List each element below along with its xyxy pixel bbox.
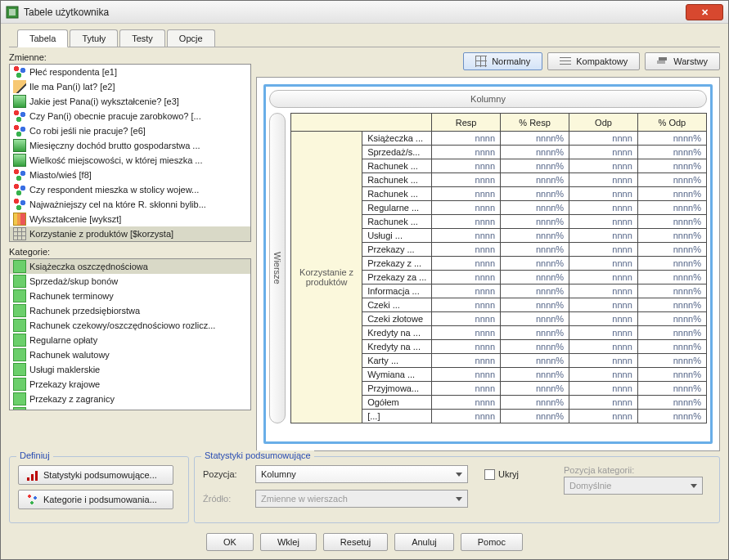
source-label: Źródło: <box>203 494 249 504</box>
value-cell: nnnn <box>569 354 638 368</box>
variable-item[interactable]: Korzystanie z produktów [$korzysta] <box>10 226 250 241</box>
category-item[interactable]: Rachunek czekowy/oszczędnościowo rozlicz… <box>10 318 250 333</box>
ok-label: OK <box>223 537 236 547</box>
column-header[interactable]: Odp <box>569 114 638 132</box>
row-label-cell[interactable]: Czeki złotowe <box>362 312 432 326</box>
left-panel: Zmienne: Płeć respondenta [e1]Ile ma Pan… <box>9 52 251 451</box>
category-item[interactable]: Przekazy z zagranicy <box>10 392 250 406</box>
nominal-icon <box>13 198 26 211</box>
variable-item[interactable]: Ile ma Pan(i) lat? [e2] <box>10 79 250 94</box>
row-label-cell[interactable]: Rachunek ... <box>362 159 432 173</box>
view-compact-button[interactable]: Kompaktowy <box>547 52 640 70</box>
row-group-cell[interactable]: Korzystanie z produktów <box>291 132 362 423</box>
paste-button[interactable]: Wklej <box>260 533 317 551</box>
value-cell: nnnn <box>432 340 501 354</box>
row-label-cell[interactable]: Ogółem <box>362 396 432 410</box>
row-label-cell[interactable]: Przekazy za ... <box>362 271 432 284</box>
hide-checkbox[interactable] <box>484 469 495 480</box>
variable-item[interactable]: Najważniejszy cel na które R. skłonni by… <box>10 197 250 212</box>
variable-item[interactable]: Płeć respondenta [e1] <box>10 65 250 79</box>
tab-tytuły[interactable]: Tytuły <box>70 29 118 47</box>
value-cell: nnnn% <box>501 326 569 340</box>
row-label-cell[interactable]: Informacja ... <box>362 284 432 298</box>
variable-item[interactable]: Wykształcenie [wykszt] <box>10 212 250 226</box>
value-cell: nnnn% <box>637 215 706 229</box>
category-item[interactable]: Rachunek przedsiębiorstwa <box>10 303 250 318</box>
category-color-icon <box>13 348 26 361</box>
category-item[interactable]: Usługi maklerskie <box>10 362 250 377</box>
value-cell: nnnn% <box>501 382 569 396</box>
row-label-cell[interactable]: Przekazy z ... <box>362 257 432 271</box>
category-item-label: Przekazy z zagranicy <box>29 394 115 404</box>
row-label-cell[interactable]: Regularne ... <box>362 201 432 215</box>
row-label-cell[interactable]: [...] <box>362 410 432 423</box>
value-cell: nnnn <box>432 173 501 187</box>
variable-item[interactable]: Czy Pan(i) obecnie pracuje zarobkowo? [.… <box>10 109 250 123</box>
view-normal-button[interactable]: Normalny <box>463 52 542 70</box>
columns-drop-strip[interactable]: Kolumny <box>269 90 707 108</box>
row-label-cell[interactable]: Kredyty na ... <box>362 326 432 340</box>
row-label-cell[interactable]: Usługi ... <box>362 229 432 243</box>
row-label-cell[interactable]: Przekazy ... <box>362 243 432 257</box>
variable-item[interactable]: Miasto/wieś [f8] <box>10 168 250 182</box>
position-label: Pozycja: <box>203 469 249 479</box>
tab-tabela[interactable]: Tabela <box>17 29 68 47</box>
category-item[interactable]: Książeczka oszczędnościowa <box>10 259 250 274</box>
category-item[interactable]: Przekazy za granicę <box>10 406 250 410</box>
row-label-cell[interactable]: Kredyty na ... <box>362 340 432 354</box>
tab-testy[interactable]: Testy <box>119 29 165 47</box>
value-cell: nnnn <box>432 187 501 201</box>
variable-item[interactable]: Miesięczny dochód brutto gospodarstwa ..… <box>10 138 250 153</box>
ok-button[interactable]: OK <box>206 533 254 551</box>
variable-item[interactable]: Wielkość miejscowości, w której mieszka … <box>10 153 250 168</box>
row-label-cell[interactable]: Rachunek ... <box>362 215 432 229</box>
category-item[interactable]: Sprzedaż/skup bonów <box>10 274 250 289</box>
categories-listbox[interactable]: Książeczka oszczędnościowaSprzedaż/skup … <box>9 258 251 410</box>
category-item-label: Rachunek terminowy <box>29 291 114 301</box>
close-button[interactable]: ✕ <box>686 4 723 20</box>
source-value: Zmienne w wierszach <box>261 494 348 504</box>
row-label-cell[interactable]: Wymiana ... <box>362 368 432 382</box>
tab-opcje[interactable]: Opcje <box>167 29 215 47</box>
row-label-cell[interactable]: Rachunek ... <box>362 187 432 201</box>
row-label-cell[interactable]: Książeczka ... <box>362 132 432 146</box>
category-item[interactable]: Przekazy krajowe <box>10 377 250 392</box>
help-button[interactable]: Pomoc <box>461 533 523 551</box>
value-cell: nnnn% <box>637 326 706 340</box>
row-label-cell[interactable]: Czeki ... <box>362 298 432 312</box>
value-cell: nnnn% <box>501 243 569 257</box>
define-title: Definiuj <box>16 450 53 460</box>
table-design-surface[interactable]: Kolumny Wiersze Resp% RespOdp% OdpKorzys… <box>256 77 720 451</box>
row-label-cell[interactable]: Przyjmowa... <box>362 382 432 396</box>
rows-drop-strip[interactable]: Wiersze <box>269 113 286 423</box>
category-item[interactable]: Rachunek walutowy <box>10 347 250 362</box>
row-label-cell[interactable]: Sprzedaż/s... <box>362 146 432 159</box>
hide-checkbox-wrap[interactable]: Ukryj <box>484 469 519 480</box>
value-cell: nnnn% <box>501 201 569 215</box>
category-item-label: Usługi maklerskie <box>29 365 100 374</box>
stats-icon <box>27 469 38 481</box>
row-label-cell[interactable]: Rachunek ... <box>362 173 432 187</box>
position-select[interactable]: Kolumny <box>255 465 468 483</box>
row-label-cell[interactable]: Karty ... <box>362 354 432 368</box>
variable-item-label: Ile ma Pan(i) lat? [e2] <box>29 82 115 92</box>
variable-item[interactable]: Czy respondent mieszka w stolicy wojew..… <box>10 182 250 197</box>
variables-listbox[interactable]: Płeć respondenta [e1]Ile ma Pan(i) lat? … <box>9 64 251 242</box>
column-header[interactable]: % Odp <box>637 114 706 132</box>
variable-item[interactable]: Co robi jeśli nie pracuje? [e6] <box>10 123 250 138</box>
category-item[interactable]: Regularne opłaty <box>10 333 250 347</box>
content-area: Zmienne: Płeć respondenta [e1]Ile ma Pan… <box>1 47 728 456</box>
summary-statistics-button[interactable]: Statystyki podsumowujące... <box>18 465 173 485</box>
variable-item[interactable]: Jakie jest Pana(i) wykształcenie? [e3] <box>10 94 250 109</box>
catpos-select: Domyślnie <box>564 477 703 495</box>
reset-button[interactable]: Resetuj <box>323 533 388 551</box>
value-cell: nnnn <box>432 159 501 173</box>
category-item[interactable]: Rachunek terminowy <box>10 289 250 303</box>
categories-summaries-button[interactable]: Kategorie i podsumowania... <box>18 490 173 509</box>
column-header[interactable]: Resp <box>432 114 501 132</box>
value-cell: nnnn% <box>501 396 569 410</box>
column-header[interactable]: % Resp <box>501 114 569 132</box>
cancel-button[interactable]: Anuluj <box>394 533 454 551</box>
view-layers-button[interactable]: Warstwy <box>645 52 720 70</box>
value-cell: nnnn% <box>637 298 706 312</box>
